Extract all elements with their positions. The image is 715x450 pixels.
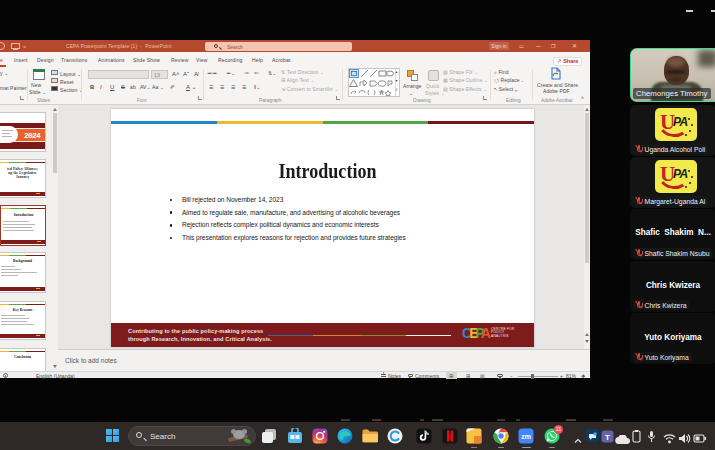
svg-text:zm: zm — [521, 433, 531, 440]
svg-text:T: T — [605, 433, 610, 442]
